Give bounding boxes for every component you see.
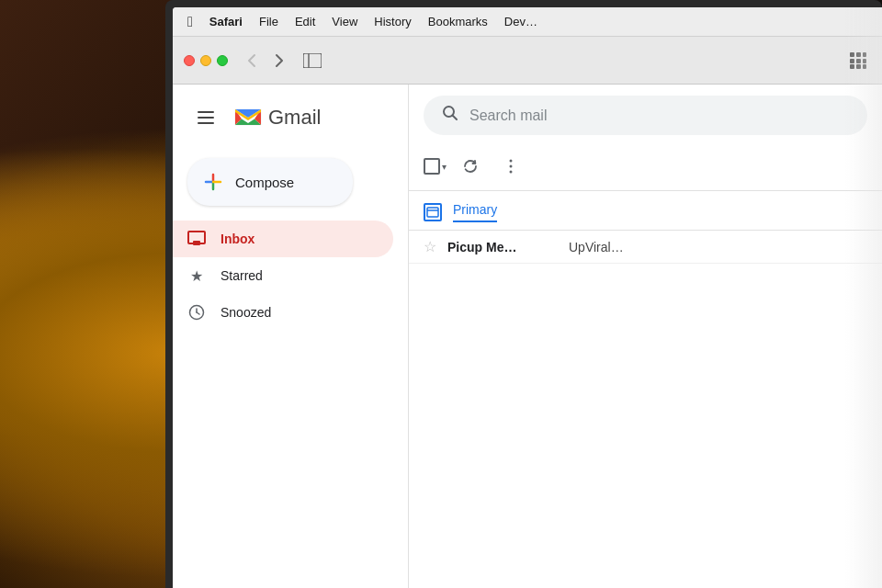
search-icon bbox=[442, 105, 458, 126]
compose-label: Compose bbox=[235, 175, 294, 190]
svg-point-23 bbox=[510, 165, 513, 168]
browser-toolbar bbox=[173, 37, 882, 85]
compose-area: Compose bbox=[173, 151, 408, 220]
svg-rect-25 bbox=[427, 208, 438, 217]
email-star-icon[interactable]: ☆ bbox=[424, 238, 436, 255]
close-button[interactable] bbox=[184, 55, 195, 66]
inbox-label: Inbox bbox=[220, 232, 254, 246]
starred-label: Starred bbox=[220, 268, 263, 283]
search-placeholder: Search mail bbox=[469, 107, 547, 124]
svg-rect-2 bbox=[850, 52, 854, 57]
grid-button[interactable] bbox=[845, 48, 871, 74]
gmail-m-icon bbox=[232, 105, 265, 130]
svg-line-21 bbox=[453, 116, 458, 120]
menubar-edit[interactable]: Edit bbox=[295, 15, 315, 28]
svg-point-24 bbox=[510, 171, 513, 174]
svg-rect-0 bbox=[303, 53, 322, 68]
svg-rect-4 bbox=[863, 52, 866, 57]
menubar-history[interactable]: History bbox=[374, 15, 411, 28]
menubar-view[interactable]: View bbox=[332, 15, 357, 28]
menubar-safari[interactable]: Safari bbox=[209, 15, 243, 28]
forward-button[interactable] bbox=[266, 48, 292, 74]
nav-snoozed[interactable]: Snoozed bbox=[173, 294, 393, 331]
menubar-bookmarks[interactable]: Bookmarks bbox=[428, 15, 488, 28]
select-all-checkbox[interactable] bbox=[424, 158, 440, 175]
hamburger-line-2 bbox=[198, 117, 214, 119]
nav-inbox[interactable]: Inbox bbox=[173, 220, 393, 257]
search-bar-area: Search mail bbox=[409, 85, 882, 146]
svg-rect-5 bbox=[850, 59, 854, 63]
gmail-sidebar: Gmail Compose bbox=[173, 85, 408, 588]
back-button[interactable] bbox=[239, 48, 265, 74]
svg-rect-6 bbox=[856, 59, 861, 63]
svg-rect-10 bbox=[863, 64, 866, 69]
snoozed-label: Snoozed bbox=[220, 305, 271, 320]
hamburger-menu-button[interactable] bbox=[187, 99, 224, 136]
nav-starred[interactable]: ★ Starred bbox=[173, 257, 393, 294]
laptop-screen:  Safari File Edit View History Bookmark… bbox=[173, 7, 882, 588]
sidebar-toggle-button[interactable] bbox=[300, 48, 325, 74]
inbox-icon-svg bbox=[187, 231, 206, 247]
mail-toolbar: ▾ bbox=[409, 146, 882, 191]
svg-rect-16 bbox=[193, 241, 200, 245]
svg-line-19 bbox=[197, 312, 199, 314]
clock-icon-svg bbox=[188, 304, 205, 321]
macos-menubar:  Safari File Edit View History Bookmark… bbox=[173, 7, 882, 37]
gmail-main-content: Search mail ▾ bbox=[408, 85, 882, 588]
star-icon: ★ bbox=[187, 266, 206, 285]
gmail-header: Gmail bbox=[173, 92, 408, 151]
select-dropdown-arrow[interactable]: ▾ bbox=[442, 162, 447, 172]
refresh-button[interactable] bbox=[454, 150, 487, 183]
email-sender: Picup Me… bbox=[447, 240, 558, 254]
svg-rect-8 bbox=[850, 64, 854, 69]
minimize-button[interactable] bbox=[200, 55, 211, 66]
svg-rect-3 bbox=[856, 52, 861, 57]
more-options-button[interactable] bbox=[494, 150, 527, 183]
gmail-brand-text: Gmail bbox=[268, 106, 321, 130]
email-row[interactable]: ☆ Picup Me… UpViral… bbox=[409, 231, 882, 264]
compose-button[interactable]: Compose bbox=[187, 158, 353, 206]
svg-point-22 bbox=[510, 160, 513, 163]
laptop-bezel:  Safari File Edit View History Bookmark… bbox=[165, 0, 882, 588]
navigation-buttons bbox=[239, 48, 292, 74]
primary-tab-label[interactable]: Primary bbox=[453, 202, 497, 222]
hamburger-line-3 bbox=[198, 122, 214, 124]
primary-tab-icon bbox=[424, 203, 442, 221]
search-bar[interactable]: Search mail bbox=[424, 96, 867, 135]
gmail-logo: Gmail bbox=[232, 105, 321, 130]
menubar-file[interactable]: File bbox=[259, 15, 278, 28]
inbox-icon bbox=[187, 230, 206, 248]
traffic-lights bbox=[184, 55, 228, 66]
svg-rect-7 bbox=[863, 59, 866, 63]
primary-tab-area: Primary bbox=[409, 191, 882, 231]
hamburger-line-1 bbox=[198, 111, 214, 113]
select-all-area: ▾ bbox=[424, 158, 447, 175]
email-subject: UpViral… bbox=[569, 240, 867, 254]
compose-plus-icon bbox=[202, 171, 224, 193]
apple-menu-icon[interactable]:  bbox=[187, 14, 193, 30]
maximize-button[interactable] bbox=[217, 55, 228, 66]
snoozed-clock-icon bbox=[187, 303, 206, 322]
svg-rect-9 bbox=[856, 64, 861, 69]
gmail-app: Gmail Compose bbox=[173, 85, 882, 588]
menubar-develop[interactable]: Dev… bbox=[504, 15, 537, 28]
